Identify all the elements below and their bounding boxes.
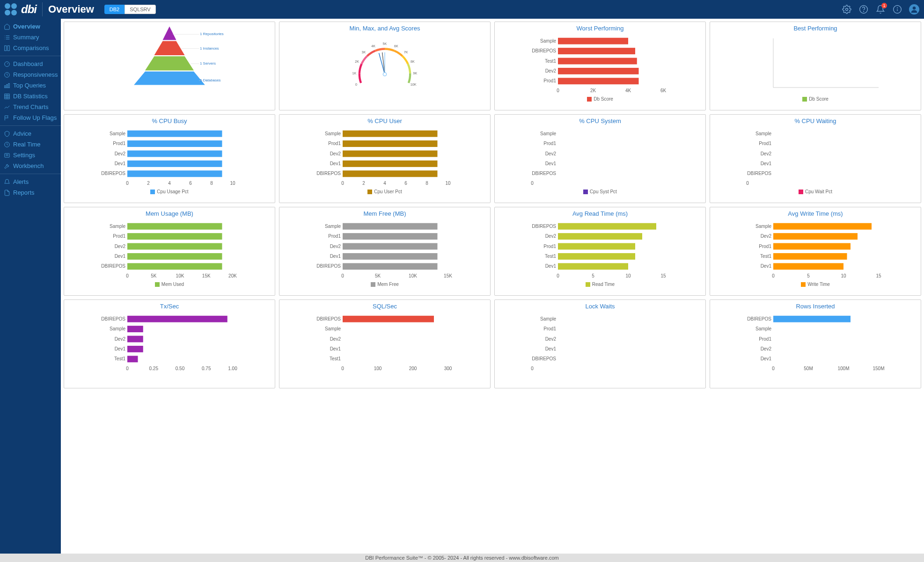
gear-icon[interactable] [842,4,852,15]
card-cpuuser[interactable]: % CPU UserSampleProd1Dev2Dev1DBIREPOS024… [279,114,491,203]
svg-text:Test1: Test1 [545,58,556,64]
gauge-icon [4,61,10,67]
svg-text:Dev2: Dev2 [761,151,772,156]
nav-item-real-time[interactable]: Real Time [0,139,61,150]
help-icon[interactable] [858,4,869,15]
svg-text:Prod1: Prod1 [543,326,556,331]
chart-area: DBIREPOSSampleDev2Dev1Test10100200300 [282,312,487,372]
card-title: % CPU User [282,117,487,124]
chart-area: SampleProd1Dev2Dev1DBIREPOS05K10K15K [282,219,487,280]
nav-item-trend-charts[interactable]: Trend Charts [0,102,61,112]
svg-text:0: 0 [126,273,129,278]
card-title: % CPU Busy [67,117,272,124]
svg-text:6: 6 [189,181,192,186]
card-title: Tx/Sec [67,303,272,310]
svg-text:Dev1: Dev1 [330,254,341,259]
card-lockwaits[interactable]: Lock WaitsSampleProd1Dev2Dev1DBIREPOS0 [494,299,706,388]
bars-icon [4,82,10,89]
info-icon[interactable] [892,4,902,15]
nav-item-top-queries[interactable]: Top Queries [0,80,61,91]
svg-rect-136 [343,233,438,240]
card-cpuwait[interactable]: % CPU WaitingSampleProd1Dev2Dev1DBIREPOS… [710,114,921,203]
chart-area: SampleProd1Dev2Dev1DBIREPOS05K10K15K20K [67,219,272,280]
svg-rect-184 [127,356,138,362]
svg-text:Dev1: Dev1 [330,161,341,166]
logo-icon [5,4,19,15]
svg-rect-15 [7,45,9,51]
svg-rect-156 [558,263,628,270]
bell-icon[interactable]: 1 [875,4,886,15]
svg-text:0.75: 0.75 [202,366,211,371]
svg-rect-20 [8,83,9,88]
card-memfree[interactable]: Mem Free (MB)SampleProd1Dev2Dev1DBIREPOS… [279,207,491,296]
svg-text:Dev1: Dev1 [115,161,126,166]
nav-item-db-statistics[interactable]: DB Statistics [0,91,61,102]
svg-rect-123 [127,243,222,250]
legend: Db Score [498,96,703,102]
user-icon[interactable] [909,4,919,15]
nav-item-settings[interactable]: Settings [0,150,61,161]
nav-item-responsiveness[interactable]: Responsiveness [0,69,61,80]
home-icon [4,23,10,30]
svg-rect-166 [773,243,851,250]
svg-text:0: 0 [746,181,749,186]
svg-text:Prod1: Prod1 [328,234,341,239]
card-cpusys[interactable]: % CPU SystemSampleProd1Dev2Dev1DBIREPOS0… [494,114,706,203]
nav-item-reports[interactable]: Reports [0,187,61,198]
svg-text:Prod1: Prod1 [113,234,125,239]
nav-item-dashboard[interactable]: Dashboard [0,58,61,69]
svg-text:Prod1: Prod1 [543,244,556,249]
nav-item-overview[interactable]: Overview [0,21,61,32]
db-tab-db2[interactable]: DB2 [104,5,125,14]
nav-item-advice[interactable]: Advice [0,128,61,139]
nav-item-workbench[interactable]: Workbench [0,161,61,171]
card-readtime[interactable]: Avg Read Time (ms)DBIREPOSDev2Prod1Test1… [494,207,706,296]
svg-rect-81 [343,131,438,137]
nav-label: Responsiveness [13,71,58,78]
svg-text:4K: 4K [371,44,375,48]
chart-area: SampleProd1Dev2Dev1DBIREPOS0246810 [282,126,487,187]
svg-rect-180 [127,336,143,343]
svg-text:9K: 9K [413,71,418,75]
sidebar: OverviewSummaryComparisonsDashboardRespo… [0,19,61,554]
svg-rect-170 [773,263,843,270]
svg-text:10K: 10K [409,273,417,278]
wrench-icon [4,163,10,169]
svg-rect-65 [127,131,222,137]
svg-text:0: 0 [531,181,534,186]
nav-item-comparisons[interactable]: Comparisons [0,43,61,53]
svg-rect-73 [127,170,222,177]
svg-rect-121 [127,233,222,240]
card-cpubusy[interactable]: % CPU BusySampleProd1Dev2Dev1DBIREPOS024… [64,114,275,203]
chart-area: DBIREPOSSampleProd1Dev2Dev1050M100M150M [713,312,918,372]
card-best[interactable]: Best PerformingDb Score [710,22,921,110]
nav-item-follow-up-flags[interactable]: Follow Up Flags [0,112,61,123]
svg-text:50M: 50M [804,366,813,371]
card-writetime[interactable]: Avg Write Time (ms)SampleDev2Prod1Test1D… [710,207,921,296]
svg-text:Dev1: Dev1 [761,356,772,361]
svg-text:Dev2: Dev2 [115,336,126,342]
svg-rect-216 [773,316,851,322]
card-sqlsec[interactable]: SQL/SecDBIREPOSSampleDev2Dev1Test1010020… [279,299,491,388]
svg-rect-83 [343,140,438,147]
svg-text:Test1: Test1 [545,254,556,259]
svg-text:Dev1: Dev1 [330,346,341,351]
svg-text:Prod1: Prod1 [328,141,341,146]
card-pyramid[interactable]: 1 Repositories1 Instances1 Servers6 Data… [64,22,275,110]
svg-point-1 [860,6,868,14]
nav-label: Top Queries [13,82,46,89]
db-tab-sqlsrv[interactable]: SQLSRV [125,5,155,14]
svg-text:0: 0 [557,273,559,278]
pyramid-label-2: 1 Servers [200,61,216,66]
card-gauge[interactable]: Min, Max, and Avg Scores01K2K3K4K5K6K7K8… [279,22,491,110]
nav-item-alerts[interactable]: Alerts [0,176,61,187]
nav-item-summary[interactable]: Summary [0,32,61,43]
card-rows[interactable]: Rows InsertedDBIREPOSSampleProd1Dev2Dev1… [710,299,921,388]
svg-text:8: 8 [425,181,428,186]
card-memuse[interactable]: Mem Usage (MB)SampleProd1Dev2Dev1DBIREPO… [64,207,275,296]
svg-text:2K: 2K [355,59,359,64]
legend: Cpu Wait Pct [713,189,918,194]
card-title: Lock Waits [498,303,703,310]
card-txsec[interactable]: Tx/SecDBIREPOSSampleDev2Dev1Test100.250.… [64,299,275,388]
card-worst[interactable]: Worst PerformingSampleDBIREPOSTest1Dev2P… [494,22,706,110]
